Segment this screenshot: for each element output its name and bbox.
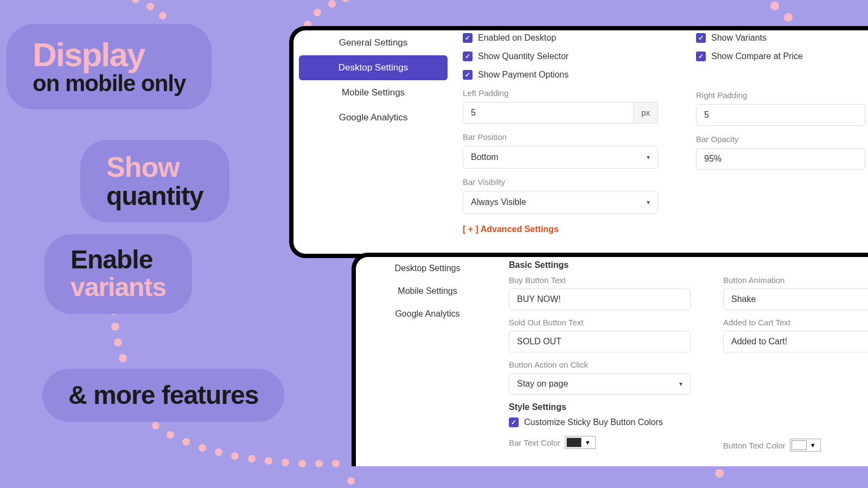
nav2-desktop-settings[interactable]: Desktop Settings [361, 257, 494, 280]
label-bar-text-color: Bar Text Color [509, 438, 560, 447]
checkbox-show-variants[interactable] [696, 33, 706, 43]
checkbox-show-compare[interactable] [696, 52, 706, 61]
select-bar-visibility-value: Always Visible [471, 197, 526, 207]
input-added-cart-text[interactable]: Added to Cart! [723, 331, 868, 352]
label-added-cart-text: Added to Cart Text [723, 318, 868, 327]
badge-more: & more features [68, 382, 258, 409]
input-buy-button-text[interactable]: BUY NOW! [509, 288, 691, 310]
settings-panel-1: General Settings Desktop Settings Mobile… [289, 26, 868, 258]
input-button-animation[interactable]: Shake [723, 288, 868, 310]
content-1: Enabled on Desktop Show Quantity Selecto… [453, 30, 868, 254]
sidebar-1: General Settings Desktop Settings Mobile… [293, 30, 453, 254]
chevron-down-icon: ▾ [679, 380, 682, 388]
color-swatch [792, 440, 807, 450]
label-buy-button-text: Buy Button Text [509, 275, 691, 285]
label-button-animation: Button Animation [723, 275, 868, 285]
nav2-google-analytics[interactable]: Google Analytics [361, 303, 494, 325]
nav-google-analytics[interactable]: Google Analytics [299, 105, 448, 130]
badge-display-title: Display [33, 38, 186, 72]
content-2: Basic Settings Buy Button Text BUY NOW! … [499, 257, 868, 466]
label-bar-opacity: Bar Opacity [696, 134, 865, 144]
label-button-text-color: Button Text Color [723, 441, 786, 450]
nav-desktop-settings[interactable]: Desktop Settings [299, 55, 448, 80]
chevron-down-icon: ▼ [582, 439, 594, 446]
color-swatch [566, 438, 582, 447]
badge-enable-title: Enable [71, 246, 166, 273]
select-bar-visibility[interactable]: Always Visible ▾ [463, 191, 658, 214]
label-left-padding: Left Padding [463, 88, 658, 98]
section-basic-settings: Basic Settings [509, 260, 691, 270]
checkbox-customize-colors[interactable] [509, 418, 519, 427]
sidebar-2: Desktop Settings Mobile Settings Google … [356, 257, 499, 466]
label-bar-position: Bar Position [463, 132, 658, 142]
section-style-settings: Style Settings [509, 402, 691, 412]
input-left-padding[interactable]: 5 [463, 102, 634, 124]
badge-display-sub: on mobile only [33, 72, 186, 95]
badge-show-title: Show [106, 152, 203, 183]
chevron-down-icon: ▼ [807, 442, 819, 448]
label-show-variants: Show Variants [711, 33, 767, 43]
label-sold-out-text: Sold Out Button Text [509, 318, 691, 327]
chevron-down-icon: ▾ [647, 153, 650, 161]
badge-enable-sub: variants [71, 273, 166, 302]
label-customize-colors: Customize Sticky Buy Button Colors [524, 418, 663, 427]
select-bar-position-value: Bottom [471, 152, 499, 162]
select-button-action-value: Stay on page [517, 379, 568, 389]
label-show-compare: Show Compare at Price [711, 52, 803, 61]
settings-panel-2: Desktop Settings Mobile Settings Google … [352, 253, 868, 466]
label-enabled-desktop: Enabled on Desktop [478, 33, 556, 43]
select-bar-position[interactable]: Bottom ▾ [463, 146, 658, 169]
nav2-mobile-settings[interactable]: Mobile Settings [361, 280, 494, 303]
color-picker-button-text[interactable]: ▼ [790, 439, 821, 452]
label-show-payment: Show Payment Options [478, 70, 569, 80]
nav-general-settings[interactable]: General Settings [299, 30, 448, 55]
label-button-action: Button Action on Click [509, 360, 691, 369]
unit-left-padding: px [634, 102, 658, 124]
input-right-padding[interactable]: 5 [696, 104, 865, 126]
checkbox-show-payment[interactable] [463, 70, 473, 80]
advanced-settings-toggle[interactable]: [ + ] Advanced Settings [463, 224, 658, 234]
label-show-quantity: Show Quantity Selector [478, 52, 569, 61]
color-picker-bar-text[interactable]: ▼ [565, 436, 596, 449]
nav-mobile-settings[interactable]: Mobile Settings [299, 80, 448, 105]
label-bar-visibility: Bar Visibilty [463, 177, 658, 187]
input-bar-opacity[interactable]: 95% [696, 148, 865, 170]
badge-show-sub: quantity [106, 183, 203, 210]
chevron-down-icon: ▾ [647, 198, 650, 206]
label-right-padding: Right Padding [696, 91, 865, 100]
input-sold-out-text[interactable]: SOLD OUT [509, 331, 691, 352]
checkbox-show-quantity[interactable] [463, 52, 473, 61]
select-button-action[interactable]: Stay on page ▾ [509, 373, 691, 395]
checkbox-enabled-desktop[interactable] [463, 33, 473, 43]
